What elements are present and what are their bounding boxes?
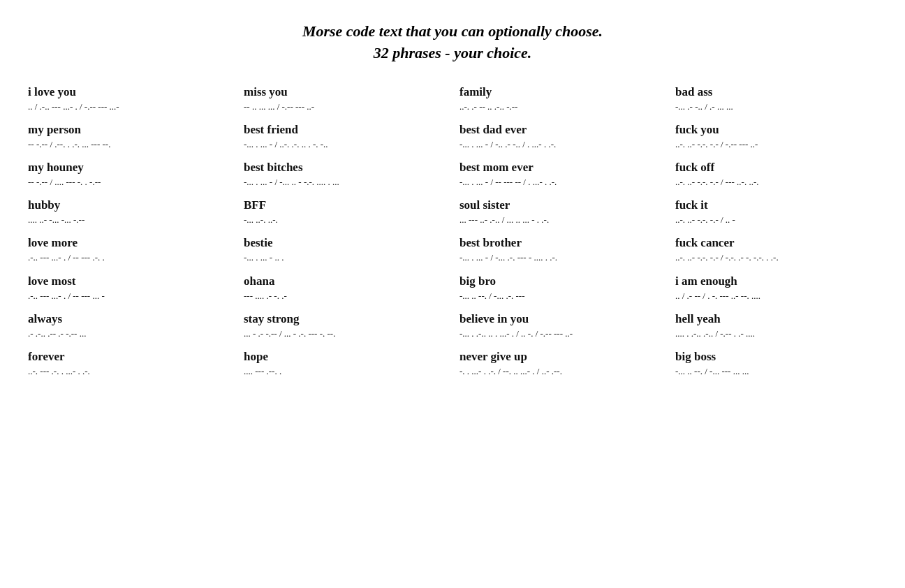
- column-1: miss you-- .. ... ... / -.-- --- ..-best…: [244, 85, 446, 388]
- phrase-block: fuck it..-. ..- -.-. -.- / .. -: [675, 198, 877, 226]
- phrase-block: hope.... --- .--. .: [244, 350, 446, 378]
- phrase-name: big boss: [675, 350, 877, 364]
- phrase-block: bad ass-... .- -.. / .- ... ...: [675, 85, 877, 113]
- phrase-morse: .-.. --- ...- . / -- --- .-. .: [28, 251, 230, 264]
- phrase-name: bestie: [244, 236, 446, 250]
- phrase-morse: -... .- -.. / .- ... ...: [675, 101, 877, 113]
- phrase-block: stay strong... - .- -.-- / ... - .-. ---…: [244, 312, 446, 340]
- phrase-morse: -... . ... - / -... .. - -.-. .... . ...: [244, 176, 446, 189]
- phrase-block: love more.-.. --- ...- . / -- --- .-. .: [28, 236, 230, 264]
- phrase-name: stay strong: [244, 312, 446, 326]
- phrase-block: best bitches-... . ... - / -... .. - -.-…: [244, 161, 446, 189]
- phrase-block: best brother-... . ... - / -... .-. --- …: [459, 236, 661, 264]
- phrase-morse: -... . ... - / -.. .- -.. / . ...- . .-.: [459, 138, 661, 151]
- phrase-morse: -- -.-- / .... --- -. . -.--: [28, 176, 230, 189]
- phrase-block: always.- .-.. .-- .- -.-- ...: [28, 312, 230, 340]
- phrase-block: family..-. .- -- .. .-.. -.--: [459, 85, 661, 113]
- phrase-name: fuck you: [675, 123, 877, 137]
- phrase-block: fuck cancer..-. ..- -.-. -.- / -.-. .- -…: [675, 236, 877, 264]
- phrase-morse: .... ..- -... -... -.--: [28, 214, 230, 226]
- phrase-name: i love you: [28, 85, 230, 99]
- phrase-morse: -... . ... - .. .: [244, 251, 446, 264]
- phrase-morse: ..-. ..- -.-. -.- / -.-. .- -. -.-. . .-…: [675, 251, 877, 264]
- phrase-morse: -... .. --. / -... --- ... ...: [675, 365, 877, 378]
- phrase-block: love most.-.. --- ...- . / -- --- ... -: [28, 274, 230, 302]
- phrase-block: BFF-... ..-. ..-.: [244, 198, 446, 226]
- phrase-name: always: [28, 312, 230, 326]
- phrase-morse: -- -.-- / .--. . .-. ... --- --.: [28, 138, 230, 151]
- phrase-block: believe in you-... . .-.. .. . ...- . / …: [459, 312, 661, 340]
- page-header: Morse code text that you can optionally …: [28, 21, 877, 64]
- phrase-name: best bitches: [244, 161, 446, 175]
- phrase-block: my person-- -.-- / .--. . .-. ... --- --…: [28, 123, 230, 151]
- column-3: bad ass-... .- -.. / .- ... ...fuck you.…: [675, 85, 877, 388]
- phrase-morse: ..-. --- .-. . ...- . .-.: [28, 365, 230, 378]
- phrase-morse: ..-. ..- -.-. -.- / --- ..-. ..-.: [675, 176, 877, 189]
- phrase-morse: .. / .-.. --- ...- . / -.-- --- ...-: [28, 101, 230, 113]
- phrase-name: soul sister: [459, 198, 661, 212]
- phrase-name: love most: [28, 274, 230, 288]
- phrase-block: fuck you..-. ..- -.-. -.- / -.-- --- ..-: [675, 123, 877, 151]
- phrase-block: ohana--- .... .- -. .-: [244, 274, 446, 302]
- phrase-morse: -... ..-. ..-.: [244, 214, 446, 226]
- phrase-name: bad ass: [675, 85, 877, 99]
- phrase-morse: ... --- ..- .-.. / ... .. ... - . .-.: [459, 214, 661, 226]
- phrase-block: best friend-... . ... - / ..-. .-. .. . …: [244, 123, 446, 151]
- phrase-name: best dad ever: [459, 123, 661, 137]
- phrase-morse: --- .... .- -. .-: [244, 290, 446, 302]
- phrase-name: ohana: [244, 274, 446, 288]
- phrase-block: forever..-. --- .-. . ...- . .-.: [28, 350, 230, 378]
- phrase-block: i am enough.. / .- -- / . -. --- ..- --.…: [675, 274, 877, 302]
- phrase-name: i am enough: [675, 274, 877, 288]
- phrase-morse: -- .. ... ... / -.-- --- ..-: [244, 101, 446, 113]
- phrase-name: love more: [28, 236, 230, 250]
- phrase-morse: ... - .- -.-- / ... - .-. --- -. --.: [244, 328, 446, 340]
- page-title: Morse code text that you can optionally …: [28, 21, 877, 64]
- phrase-block: hell yeah.... . .-.. .-.. / -.-- . .- ..…: [675, 312, 877, 340]
- phrase-name: hope: [244, 350, 446, 364]
- phrase-name: hell yeah: [675, 312, 877, 326]
- phrase-name: miss you: [244, 85, 446, 99]
- phrase-name: BFF: [244, 198, 446, 212]
- phrase-name: my person: [28, 123, 230, 137]
- phrase-name: best brother: [459, 236, 661, 250]
- column-0: i love you.. / .-.. --- ...- . / -.-- --…: [28, 85, 230, 388]
- phrase-block: best dad ever-... . ... - / -.. .- -.. /…: [459, 123, 661, 151]
- phrase-morse: ..-. .- -- .. .-.. -.--: [459, 101, 661, 113]
- phrase-morse: -... . ... - / ..-. .-. .. . -. -..: [244, 138, 446, 151]
- phrase-block: i love you.. / .-.. --- ...- . / -.-- --…: [28, 85, 230, 113]
- phrase-name: believe in you: [459, 312, 661, 326]
- phrase-block: soul sister... --- ..- .-.. / ... .. ...…: [459, 198, 661, 226]
- phrase-name: fuck cancer: [675, 236, 877, 250]
- phrase-morse: ..-. ..- -.-. -.- / .. -: [675, 214, 877, 226]
- phrase-name: fuck off: [675, 161, 877, 175]
- column-2: family..-. .- -- .. .-.. -.--best dad ev…: [459, 85, 661, 388]
- phrase-morse: ..-. ..- -.-. -.- / -.-- --- ..-: [675, 138, 877, 151]
- phrase-name: forever: [28, 350, 230, 364]
- phrase-name: fuck it: [675, 198, 877, 212]
- phrase-name: hubby: [28, 198, 230, 212]
- phrase-block: big boss-... .. --. / -... --- ... ...: [675, 350, 877, 378]
- phrase-block: my houney-- -.-- / .... --- -. . -.--: [28, 161, 230, 189]
- phrase-block: big bro-... .. --. / -... .-. ---: [459, 274, 661, 302]
- phrase-morse: .... . .-.. .-.. / -.-- . .- ....: [675, 328, 877, 340]
- phrase-name: family: [459, 85, 661, 99]
- phrase-morse: .- .-.. .-- .- -.-- ...: [28, 328, 230, 340]
- phrase-morse: -... .. --. / -... .-. ---: [459, 290, 661, 302]
- phrase-block: fuck off..-. ..- -.-. -.- / --- ..-. ..-…: [675, 161, 877, 189]
- phrase-morse: -. . ...- . .-. / --. .. ...- . / ..- .-…: [459, 365, 661, 378]
- phrases-grid: i love you.. / .-.. --- ...- . / -.-- --…: [28, 85, 877, 388]
- phrase-block: bestie-... . ... - .. .: [244, 236, 446, 264]
- phrase-morse: -... . ... - / -- --- -- / . ...- . .-.: [459, 176, 661, 189]
- phrase-morse: .. / .- -- / . -. --- ..- --. ....: [675, 290, 877, 302]
- phrase-name: best friend: [244, 123, 446, 137]
- phrase-block: miss you-- .. ... ... / -.-- --- ..-: [244, 85, 446, 113]
- phrase-morse: -... . ... - / -... .-. --- - .... . .-.: [459, 251, 661, 264]
- phrase-block: hubby.... ..- -... -... -.--: [28, 198, 230, 226]
- phrase-morse: .... --- .--. .: [244, 365, 446, 378]
- phrase-name: best mom ever: [459, 161, 661, 175]
- phrase-name: big bro: [459, 274, 661, 288]
- phrase-block: best mom ever-... . ... - / -- --- -- / …: [459, 161, 661, 189]
- phrase-name: my houney: [28, 161, 230, 175]
- phrase-name: never give up: [459, 350, 661, 364]
